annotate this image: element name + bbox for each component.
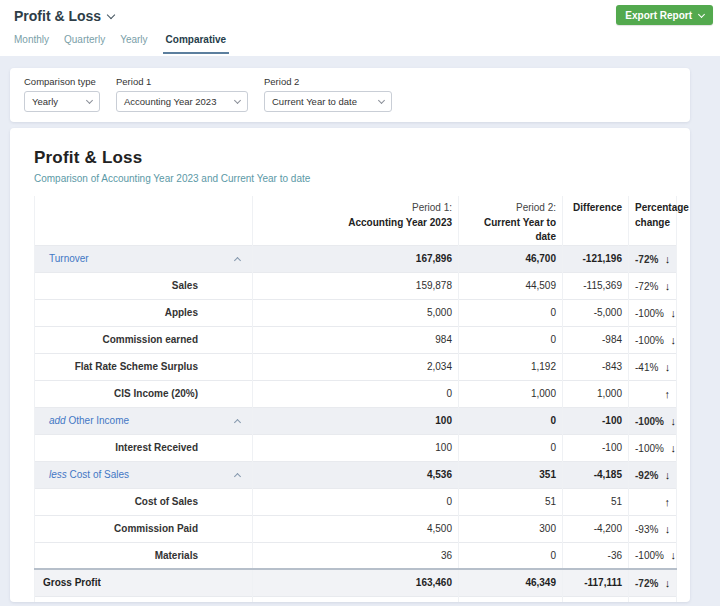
trend-down-icon: ↓ xyxy=(658,280,670,292)
percentage-value: -100% xyxy=(635,443,664,454)
tab-quarterly[interactable]: Quarterly xyxy=(64,34,105,54)
difference-value-cell: -5,000 xyxy=(563,299,629,326)
row-label-cell: Turnover xyxy=(35,245,253,272)
percentage-value: -100% xyxy=(635,416,664,427)
table-row: Sales159,87844,509-115,369-72%↓ xyxy=(35,272,677,299)
difference-value-cell: -121,196 xyxy=(563,245,629,272)
chevron-down-icon xyxy=(234,97,241,104)
tab-monthly[interactable]: Monthly xyxy=(14,34,49,54)
row-label-cell: Apples xyxy=(35,299,253,326)
row-label-cell: add Other Income xyxy=(35,407,253,434)
tab-yearly[interactable]: Yearly xyxy=(120,34,147,54)
trend-down-icon: ↓ xyxy=(658,361,670,373)
row-label-cell: Commission Paid xyxy=(35,515,253,542)
report-subtitle: Comparison of Accounting Year 2023 and C… xyxy=(34,173,676,184)
table-row: Materials360-36-100%↓ xyxy=(35,542,677,569)
percentage-cell: -93%↓ xyxy=(629,515,677,542)
period2-value-cell: 300 xyxy=(459,515,563,542)
page-title-dropdown[interactable]: Profit & Loss xyxy=(14,8,114,24)
pnl-table-body: Turnover167,89646,700-121,196-72%↓Sales1… xyxy=(35,245,677,602)
percentage-value: -92% xyxy=(635,470,658,481)
period1-select[interactable]: Accounting Year 2023 xyxy=(116,91,248,112)
period2-value-cell: 46,349 xyxy=(459,569,563,596)
period1-value-cell: 4,500 xyxy=(253,515,459,542)
collapse-chevron-up-icon[interactable] xyxy=(234,418,241,425)
percentage-cell: -100%↓ xyxy=(629,542,677,569)
percentage-cell: -100%↓ xyxy=(629,407,677,434)
export-report-label: Export Report xyxy=(625,10,692,21)
table-row: Gross Profit163,46046,349-117,111-72%↓ xyxy=(35,569,677,596)
period2-value-cell: 44,509 xyxy=(459,272,563,299)
difference-value-cell: -843 xyxy=(563,353,629,380)
section-link[interactable]: less Cost of Sales xyxy=(41,469,129,480)
period2-value-cell: 0 xyxy=(459,299,563,326)
percentage-cell: ↑ xyxy=(629,380,677,407)
trend-down-icon: ↓ xyxy=(658,469,670,481)
percentage-value: -41% xyxy=(635,362,658,373)
chevron-down-icon xyxy=(86,97,93,104)
difference-value-cell: -115,369 xyxy=(563,272,629,299)
table-row: Cost of Sales05151↑ xyxy=(35,488,677,515)
percentage-value: -93% xyxy=(635,524,658,535)
report-card: Profit & Loss Comparison of Accounting Y… xyxy=(10,128,690,602)
percentage-column-header: Percentage change xyxy=(629,196,677,245)
table-row: add Other Income1000-100-100%↓ xyxy=(35,407,677,434)
empty-cell xyxy=(35,596,253,602)
period1-value-cell: 5,000 xyxy=(253,299,459,326)
row-label-cell: Cost of Sales xyxy=(35,488,253,515)
period1-value-cell: 100 xyxy=(253,407,459,434)
section-prefix: less xyxy=(49,469,70,480)
section-prefix: add xyxy=(49,415,68,426)
empty-cell xyxy=(459,596,563,602)
collapse-chevron-up-icon[interactable] xyxy=(234,472,241,479)
table-row: Commission earned9840-984-100%↓ xyxy=(35,326,677,353)
comparison-type-value: Yearly xyxy=(32,96,58,107)
section-link[interactable]: Turnover xyxy=(41,253,89,264)
section-link[interactable]: add Other Income xyxy=(41,415,129,426)
difference-value-cell: -984 xyxy=(563,326,629,353)
comparison-type-select[interactable]: Yearly xyxy=(24,91,100,112)
difference-value-cell: -4,185 xyxy=(563,461,629,488)
period2-select[interactable]: Current Year to date xyxy=(264,91,392,112)
period2-value-cell: 46,700 xyxy=(459,245,563,272)
percentage-cell: -92%↓ xyxy=(629,461,677,488)
collapse-chevron-up-icon[interactable] xyxy=(234,256,241,263)
row-label-cell: Flat Rate Scheme Surplus xyxy=(35,353,253,380)
table-row: less Cost of Sales4,536351-4,185-92%↓ xyxy=(35,461,677,488)
empty-cell xyxy=(253,596,459,602)
percentage-cell: -72%↓ xyxy=(629,272,677,299)
trend-down-icon: ↓ xyxy=(658,577,670,589)
difference-value-cell: -100 xyxy=(563,434,629,461)
period2-value-cell: 0 xyxy=(459,434,563,461)
row-label-cell: Materials xyxy=(35,542,253,569)
table-row: Commission Paid4,500300-4,200-93%↓ xyxy=(35,515,677,542)
period1-value-cell: 984 xyxy=(253,326,459,353)
trend-down-icon: ↓ xyxy=(664,307,676,319)
table-row: Turnover167,89646,700-121,196-72%↓ xyxy=(35,245,677,272)
row-label-cell: CIS Income (20%) xyxy=(35,380,253,407)
export-report-button[interactable]: Export Report xyxy=(616,5,713,25)
period1-value-cell: 0 xyxy=(253,380,459,407)
period1-value-cell: 36 xyxy=(253,542,459,569)
period2-value-cell: 1,000 xyxy=(459,380,563,407)
percentage-value: -72% xyxy=(635,281,658,292)
period2-label: Period 2 xyxy=(264,76,392,87)
difference-value-cell: -117,111 xyxy=(563,569,629,596)
period2-value-cell: 0 xyxy=(459,542,563,569)
percentage-value: -72% xyxy=(635,254,658,265)
difference-value-cell: -100 xyxy=(563,407,629,434)
percentage-cell: ↑ xyxy=(629,488,677,515)
comparison-type-label: Comparison type xyxy=(24,76,100,87)
tab-comparative[interactable]: Comparative xyxy=(163,34,230,54)
empty-cell xyxy=(629,596,677,602)
period2-value-cell: 0 xyxy=(459,326,563,353)
difference-column-header: Difference xyxy=(563,196,629,245)
table-header-row: Period 1: Accounting Year 2023 Period 2:… xyxy=(35,196,677,245)
filter-bar: Comparison type Yearly Period 1 Accounti… xyxy=(10,68,690,122)
percentage-value: -100% xyxy=(635,308,664,319)
report-tabs: Monthly Quarterly Yearly Comparative xyxy=(14,34,229,54)
difference-value-cell: -4,200 xyxy=(563,515,629,542)
period1-value-cell: 167,896 xyxy=(253,245,459,272)
table-row: CIS Income (20%)01,0001,000↑ xyxy=(35,380,677,407)
trend-down-icon: ↓ xyxy=(658,523,670,535)
